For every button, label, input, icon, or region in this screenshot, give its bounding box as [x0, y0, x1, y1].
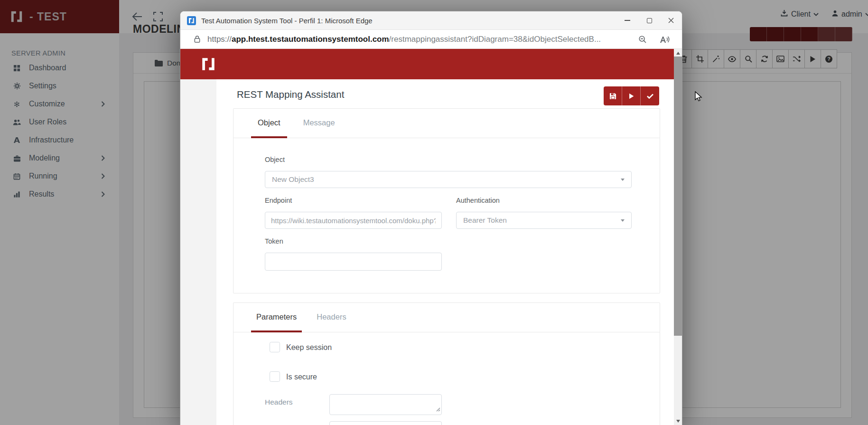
- extra-input[interactable]: [329, 421, 442, 425]
- caret-down-icon: [621, 219, 625, 222]
- scrollbar-thumb[interactable]: [674, 57, 682, 336]
- mouse-cursor: [694, 91, 705, 104]
- tab-headers[interactable]: Headers: [311, 303, 351, 332]
- check-icon: [647, 94, 653, 99]
- url-text[interactable]: https://app.htest.testautomationsystemto…: [207, 35, 601, 44]
- lock-icon: [194, 35, 201, 43]
- tab-label: Object: [258, 118, 280, 127]
- brand-logo-icon: [200, 56, 216, 72]
- object-panel: Object Message Object New Object3 Endpoi…: [233, 108, 660, 293]
- tab-label: Parameters: [256, 312, 297, 321]
- window-controls: [616, 11, 682, 29]
- edge-favicon: [187, 16, 196, 25]
- tab-label: Message: [303, 118, 335, 127]
- confirm-button[interactable]: [641, 86, 659, 105]
- primary-tabs: Object Message: [233, 109, 660, 138]
- play-icon: [629, 93, 634, 99]
- read-aloud-icon[interactable]: [660, 35, 670, 44]
- token-input[interactable]: [265, 253, 442, 271]
- keep-session-label: Keep session: [286, 343, 332, 352]
- endpoint-input[interactable]: [265, 212, 442, 229]
- scroll-up-icon: [676, 52, 680, 55]
- parameters-panel: Parameters Headers Keep session Is secur…: [233, 302, 660, 425]
- is-secure-checkbox[interactable]: [270, 371, 280, 382]
- save-button[interactable]: [604, 86, 622, 105]
- edge-popup-window: Test Automation System Tool - Perfil 1: …: [180, 11, 682, 425]
- token-field-label: Token: [265, 237, 283, 245]
- close-button[interactable]: [660, 11, 682, 29]
- tab-message[interactable]: Message: [297, 109, 342, 138]
- address-bar-icons: [638, 35, 670, 44]
- minimize-icon: [625, 20, 630, 20]
- object-select-value: New Object3: [272, 175, 314, 184]
- tab-parameters[interactable]: Parameters: [251, 303, 302, 332]
- scroll-down-button[interactable]: [674, 417, 682, 425]
- scroll-down-icon: [676, 420, 680, 423]
- url-scheme: https://: [207, 35, 232, 44]
- authentication-field-label: Authentication: [456, 197, 500, 204]
- caret-down-icon: [621, 179, 625, 181]
- authentication-select-value: Bearer Token: [463, 216, 507, 225]
- headers-field-label: Headers: [265, 398, 293, 406]
- address-bar[interactable]: https://app.htest.testautomationsystemto…: [180, 30, 682, 49]
- run-button[interactable]: [622, 86, 641, 105]
- close-icon: [668, 18, 674, 23]
- url-path: /restmappingassistant?idDiagram=38&idObj…: [389, 35, 601, 44]
- endpoint-field-label: Endpoint: [265, 197, 292, 204]
- maximize-button[interactable]: [638, 11, 660, 29]
- zoom-out-icon[interactable]: [638, 35, 647, 44]
- maximize-icon: [647, 18, 652, 23]
- window-titlebar[interactable]: Test Automation System Tool - Perfil 1: …: [180, 11, 682, 30]
- is-secure-label: Is secure: [286, 373, 317, 381]
- object-select[interactable]: New Object3: [265, 171, 632, 188]
- popup-app-header: [180, 49, 675, 79]
- authentication-select[interactable]: Bearer Token: [456, 212, 632, 229]
- keep-session-checkbox[interactable]: [270, 342, 280, 352]
- resize-grip-icon[interactable]: [436, 405, 440, 414]
- page-title: REST Mapping Assistant: [237, 89, 344, 100]
- url-domain: app.htest.testautomationsystemtool.com: [232, 35, 389, 44]
- headers-textarea[interactable]: [329, 394, 442, 415]
- scroll-up-button[interactable]: [674, 49, 682, 57]
- save-icon: [609, 93, 616, 100]
- object-field-label: Object: [265, 156, 285, 163]
- header-buttons: [604, 86, 659, 105]
- secondary-tabs: Parameters Headers: [233, 303, 660, 332]
- window-title: Test Automation System Tool - Perfil 1: …: [201, 17, 373, 25]
- popup-scrollbar[interactable]: [674, 49, 682, 425]
- popup-page: REST Mapping Assistant Object Message Ob…: [180, 49, 675, 425]
- tab-label: Headers: [317, 312, 346, 321]
- tab-object[interactable]: Object: [251, 109, 287, 138]
- minimize-button[interactable]: [616, 11, 638, 29]
